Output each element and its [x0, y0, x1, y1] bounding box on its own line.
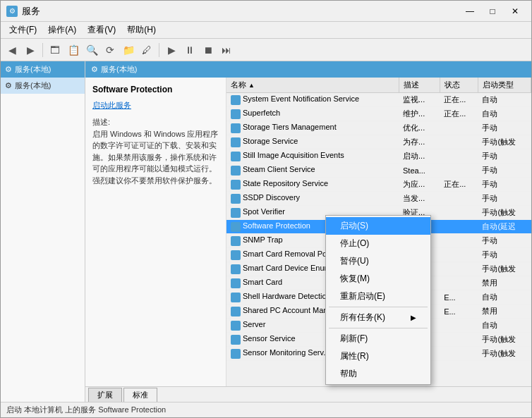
start-button[interactable]: ▶: [163, 42, 180, 59]
show-hide-button[interactable]: 🗔: [47, 42, 64, 59]
maximize-button[interactable]: □: [482, 4, 503, 18]
service-status-cell: [440, 319, 478, 333]
close-button[interactable]: ✕: [504, 4, 526, 18]
minimize-button[interactable]: —: [459, 4, 480, 18]
service-icon: [231, 250, 241, 260]
service-icon: [231, 208, 241, 218]
service-icon: [231, 222, 241, 232]
service-status-cell: [440, 276, 478, 290]
main-area: ⚙ 服务(本地) ⚙ 服务(本地) ⚙ 服务(本地) Software Prot…: [1, 61, 531, 402]
service-status-cell: [440, 262, 478, 276]
toolbar: ◀ ▶ 🗔 📋 🔍 ⟳ 📁 🖊 ▶ ⏸ ⏹ ⏭: [1, 39, 531, 61]
service-icon: [231, 166, 241, 176]
service-status-cell: [440, 248, 478, 262]
context-menu-separator: [329, 328, 428, 328]
context-menu-item[interactable]: 恢复(M): [326, 270, 430, 288]
app-icon: ⚙: [6, 6, 18, 17]
tab-extended[interactable]: 扩展: [88, 388, 122, 402]
service-status-cell: [440, 347, 478, 361]
service-icon: [231, 321, 241, 331]
context-menu-item[interactable]: 所有任务(K)▶: [326, 309, 430, 326]
context-menu-item[interactable]: 刷新(F): [326, 330, 430, 348]
back-button[interactable]: ◀: [4, 42, 20, 59]
col-name[interactable]: 名称 ▲: [226, 78, 399, 93]
service-startup-cell: 手动(触发: [478, 347, 531, 361]
table-row[interactable]: SSDP Discovery当发...手动: [226, 192, 531, 206]
info-link[interactable]: 启动此服务: [92, 100, 219, 111]
service-status-cell: 正在...: [440, 178, 478, 192]
refresh-button[interactable]: ⟳: [102, 42, 119, 59]
info-title: Software Protection: [92, 85, 219, 94]
search-button[interactable]: 🔍: [83, 42, 100, 59]
service-icon: [231, 293, 241, 302]
forward-button[interactable]: ▶: [22, 42, 39, 59]
service-icon: [231, 123, 241, 133]
service-desc-cell: 为存...: [399, 135, 440, 149]
sidebar-header: ⚙ 服务(本地): [1, 61, 85, 78]
service-startup-cell: 自动: [478, 319, 531, 333]
context-menu-item-label: 恢复(M): [340, 273, 370, 285]
table-row[interactable]: System Event Notification Service监视...正在…: [226, 93, 531, 107]
service-name-cell: System Event Notification Service: [226, 93, 399, 107]
service-icon: [231, 137, 241, 147]
pause-button[interactable]: ⏸: [181, 42, 198, 59]
tab-standard[interactable]: 标准: [123, 388, 157, 402]
service-status-cell: [440, 206, 478, 220]
menu-view[interactable]: 查看(V): [82, 23, 121, 37]
title-bar: ⚙ 服务 — □ ✕: [1, 1, 531, 22]
col-status[interactable]: 状态: [440, 78, 478, 93]
service-status-cell: [440, 121, 478, 135]
show-tree-button[interactable]: 📋: [65, 42, 82, 59]
content-header-label: 服务(本地): [101, 64, 137, 75]
table-row[interactable]: Storage Service为存...手动(触发: [226, 135, 531, 149]
sidebar-item-local[interactable]: ⚙ 服务(本地): [1, 78, 85, 94]
service-name-cell: Still Image Acquisition Events: [226, 149, 399, 164]
menu-action[interactable]: 操作(A): [42, 23, 82, 37]
service-startup-cell: 手动: [478, 149, 531, 164]
context-menu-item[interactable]: 重新启动(E): [326, 288, 430, 305]
table-row[interactable]: Steam Client ServiceStea...手动: [226, 164, 531, 178]
context-menu-item[interactable]: 帮助: [326, 365, 430, 383]
service-startup-cell: 自动: [478, 107, 531, 121]
table-row[interactable]: Storage Tiers Management优化...手动: [226, 121, 531, 135]
context-menu-item[interactable]: 启动(S): [326, 217, 430, 235]
status-text: 启动 本地计算机 上的服务 Software Protection: [6, 405, 166, 415]
col-startup[interactable]: 启动类型: [478, 78, 531, 93]
context-menu-item-label: 帮助: [340, 368, 357, 380]
service-desc-cell: 启动...: [399, 149, 440, 164]
info-panel: Software Protection 启动此服务 描述:启用 Windows …: [85, 78, 226, 386]
service-startup-cell: 手动(触发: [478, 262, 531, 276]
restart-button[interactable]: ⏭: [218, 42, 235, 59]
service-icon: [231, 335, 241, 345]
service-startup-cell: 手动: [478, 178, 531, 192]
table-header: 名称 ▲ 描述 状态 启动类型: [226, 78, 531, 93]
service-name-cell: Steam Client Service: [226, 164, 399, 178]
context-menu-item[interactable]: 属性(R): [326, 348, 430, 365]
service-startup-cell: 手动: [478, 192, 531, 206]
service-name-cell: SSDP Discovery: [226, 192, 399, 206]
table-row[interactable]: Still Image Acquisition Events启动...手动: [226, 149, 531, 164]
menu-file[interactable]: 文件(F): [4, 23, 42, 37]
service-desc-cell: Stea...: [399, 164, 440, 178]
service-startup-cell: 手动: [478, 248, 531, 262]
context-menu-item-label: 停止(O): [340, 238, 369, 250]
sidebar: ⚙ 服务(本地) ⚙ 服务(本地): [1, 61, 85, 402]
context-menu-item[interactable]: 暂停(U): [326, 252, 430, 270]
col-desc[interactable]: 描述: [399, 78, 440, 93]
table-row[interactable]: Superfetch维护...正在...自动: [226, 107, 531, 121]
service-startup-cell: 手动(触发: [478, 135, 531, 149]
service-name-cell: Storage Service: [226, 135, 399, 149]
properties-button[interactable]: 📁: [120, 42, 137, 59]
sidebar-item-icon: ⚙: [5, 81, 12, 90]
context-menu-item[interactable]: 停止(O): [326, 235, 430, 252]
menu-help[interactable]: 帮助(H): [121, 23, 162, 37]
edit-button[interactable]: 🖊: [138, 42, 155, 59]
stop-button[interactable]: ⏹: [200, 42, 217, 59]
table-row[interactable]: State Repository Service为应...正在...手动: [226, 178, 531, 192]
service-icon: [231, 180, 241, 190]
info-description: 描述:启用 Windows 和 Windows 应用程序的数字许可证可证的下载、…: [92, 116, 219, 186]
service-status-cell: [440, 149, 478, 164]
service-name-cell: Superfetch: [226, 107, 399, 121]
service-icon: [231, 349, 241, 359]
status-bar: 启动 本地计算机 上的服务 Software Protection: [1, 402, 531, 417]
